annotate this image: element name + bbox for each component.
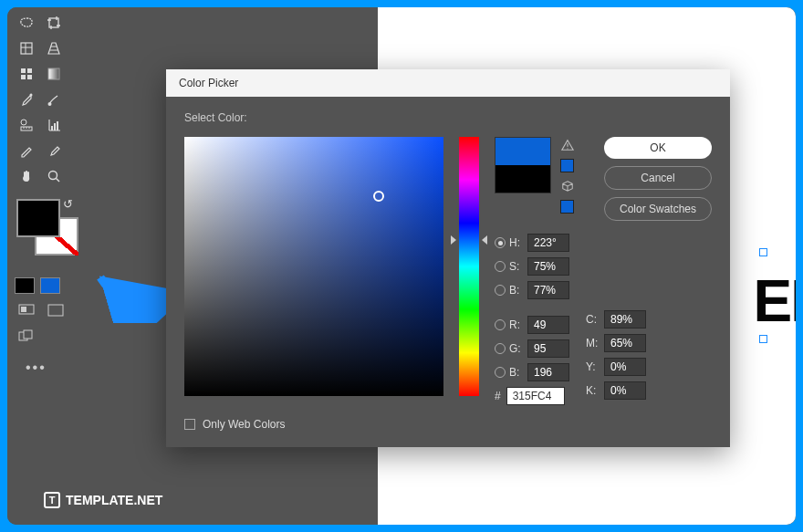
svg-rect-12 — [54, 123, 56, 130]
svg-rect-5 — [27, 75, 32, 79]
svg-rect-19 — [24, 330, 32, 339]
r-value[interactable]: 49 — [527, 316, 569, 334]
only-web-colors-checkbox[interactable] — [184, 419, 195, 430]
closest-swatch[interactable] — [560, 200, 574, 214]
quick-mask-icon[interactable] — [44, 301, 68, 319]
g-radio[interactable] — [495, 343, 506, 354]
tool-lasso[interactable] — [15, 13, 38, 33]
tool-pencil[interactable] — [15, 141, 38, 161]
color-picker-dialog: Color Picker Select Color: — [166, 69, 730, 447]
ok-button[interactable]: OK — [604, 137, 712, 159]
svg-rect-4 — [21, 75, 26, 79]
tool-ruler[interactable] — [15, 115, 38, 135]
selection-handle[interactable] — [759, 248, 767, 256]
tool-zoom[interactable] — [42, 166, 66, 186]
s-radio[interactable] — [495, 261, 506, 272]
annotation-arrow — [95, 272, 177, 323]
b-radio[interactable] — [495, 285, 506, 296]
watermark-icon: T — [44, 492, 60, 508]
y-value[interactable]: 0% — [604, 358, 646, 376]
watermark: T TEMPLATE.NET — [44, 492, 162, 508]
h-label: H: — [509, 236, 524, 249]
screen-mode-icon[interactable] — [15, 301, 38, 319]
saturation-value-field[interactable] — [184, 137, 443, 396]
preview-new-color — [495, 138, 550, 165]
tool-grid[interactable] — [15, 64, 38, 84]
svg-rect-6 — [48, 68, 59, 79]
b-value[interactable]: 77% — [527, 281, 569, 299]
watermark-text: TEMPLATE.NET — [66, 493, 162, 507]
more-tools-icon[interactable]: ••• — [26, 360, 80, 376]
swap-colors-icon[interactable]: ↺ — [63, 197, 73, 211]
svg-rect-11 — [51, 126, 53, 130]
g-value[interactable]: 95 — [527, 339, 569, 358]
r-label: R: — [509, 318, 524, 331]
tools-panel: ↺ ••• — [7, 7, 88, 525]
k-label: K: — [586, 384, 600, 397]
hue-handle[interactable] — [482, 235, 487, 245]
warning-icon[interactable] — [561, 139, 574, 151]
g-label: G: — [509, 342, 524, 355]
svg-point-7 — [30, 94, 33, 97]
only-web-colors-label: Only Web Colors — [203, 418, 285, 431]
mini-swatch-black[interactable] — [15, 277, 35, 294]
svg-rect-16 — [21, 307, 26, 312]
m-label: M: — [586, 337, 600, 349]
svg-rect-13 — [57, 121, 58, 130]
sv-cursor[interactable] — [373, 191, 384, 202]
cancel-button[interactable]: Cancel — [604, 166, 712, 190]
tool-eyedropper2[interactable] — [42, 141, 66, 161]
mini-swatch-blue[interactable] — [40, 277, 60, 294]
color-swatches-button[interactable]: Color Swatches — [604, 197, 712, 221]
svg-rect-1 — [21, 43, 32, 54]
tool-hand[interactable] — [15, 166, 38, 186]
b2-radio[interactable] — [495, 367, 506, 378]
tool-slice[interactable] — [15, 38, 38, 58]
tool-crop[interactable] — [42, 13, 66, 33]
svg-point-8 — [48, 102, 52, 106]
selection-bounds — [721, 252, 796, 339]
r-radio[interactable] — [495, 319, 506, 330]
b2-value[interactable]: 196 — [527, 363, 569, 381]
b2-label: B: — [509, 366, 524, 379]
cube-icon[interactable] — [561, 180, 574, 193]
selection-handle[interactable] — [759, 335, 767, 343]
hue-handle[interactable] — [451, 235, 456, 245]
color-preview — [495, 137, 551, 193]
foreground-background-swatches[interactable]: ↺ — [15, 199, 80, 270]
foreground-color-swatch[interactable] — [16, 199, 60, 237]
svg-rect-17 — [48, 305, 63, 316]
svg-rect-2 — [21, 68, 26, 73]
tool-eyedropper[interactable] — [15, 89, 38, 110]
h-value[interactable]: 223° — [527, 234, 569, 252]
k-value[interactable]: 0% — [604, 381, 646, 400]
hue-slider[interactable] — [456, 137, 482, 396]
s-value[interactable]: 75% — [527, 257, 569, 276]
svg-point-10 — [21, 120, 26, 125]
m-value[interactable]: 65% — [604, 334, 646, 352]
svg-point-14 — [49, 172, 57, 180]
tool-chart[interactable] — [42, 115, 66, 135]
tool-brush[interactable] — [42, 89, 66, 110]
c-value[interactable]: 89% — [604, 310, 646, 329]
tool-perspective[interactable] — [42, 38, 66, 58]
web-safe-swatch[interactable] — [560, 159, 574, 172]
tool-gradient[interactable] — [42, 64, 66, 84]
hex-value[interactable]: 315FC4 — [506, 387, 565, 405]
h-radio[interactable] — [495, 237, 506, 248]
hash-label: # — [495, 390, 501, 402]
b-label: B: — [509, 284, 524, 297]
windowed-mode-icon[interactable] — [15, 327, 38, 345]
preview-old-color[interactable] — [495, 165, 550, 193]
select-color-label: Select Color: — [184, 111, 712, 124]
svg-rect-3 — [27, 68, 32, 73]
y-label: Y: — [586, 360, 600, 373]
c-label: C: — [586, 313, 600, 326]
s-label: S: — [509, 260, 524, 273]
dialog-title: Color Picker — [166, 69, 730, 97]
